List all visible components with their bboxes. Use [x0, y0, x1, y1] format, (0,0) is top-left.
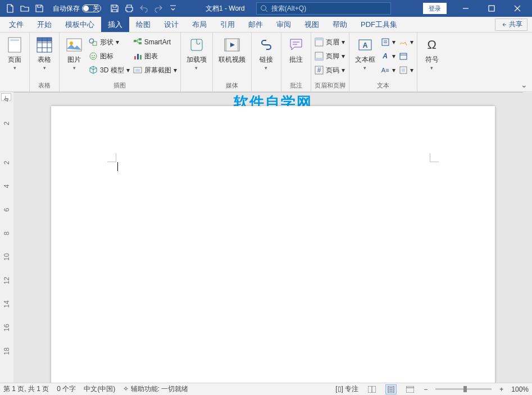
addins-button[interactable]: 加载项 ▾: [184, 35, 209, 72]
quickparts-button[interactable]: ▾: [381, 36, 395, 48]
title-right: 登录: [423, 0, 532, 17]
chevron-down-icon: ▾: [430, 65, 433, 71]
table-button[interactable]: 表格 ▾: [33, 35, 56, 72]
chevron-down-icon: ▾: [73, 65, 76, 71]
chevron-down-icon: ▾: [363, 65, 366, 71]
tab-design[interactable]: 设计: [157, 17, 185, 32]
group-headerfooter: 页眉 ▾ 页脚 ▾ #页码 ▾ 页眉和页脚: [311, 33, 349, 91]
svg-rect-18: [140, 55, 142, 59]
svg-rect-23: [225, 39, 227, 51]
symbol-button[interactable]: Ω 符号 ▾: [421, 35, 443, 72]
print-layout-button[interactable]: [385, 384, 397, 394]
signature-button[interactable]: ▾: [399, 36, 413, 48]
zoom-in-button[interactable]: +: [499, 385, 503, 393]
tab-references[interactable]: 引用: [213, 17, 242, 32]
tab-mail[interactable]: 邮件: [242, 17, 270, 32]
icons-button[interactable]: 图标: [89, 50, 130, 62]
document-page[interactable]: [51, 106, 495, 383]
comment-button[interactable]: 批注: [285, 35, 307, 65]
read-mode-button[interactable]: [366, 384, 378, 394]
share-button[interactable]: 共享: [495, 19, 528, 31]
print-icon[interactable]: [122, 2, 136, 15]
group-label-table: 表格: [33, 80, 56, 91]
tab-file[interactable]: 文件: [2, 17, 30, 32]
tab-layout[interactable]: 布局: [185, 17, 213, 32]
object-button[interactable]: ▾: [399, 64, 413, 76]
tab-help[interactable]: 帮助: [326, 17, 354, 32]
links-button[interactable]: 链接 ▾: [255, 35, 278, 72]
zoom-level[interactable]: 100%: [511, 385, 529, 393]
autosave-toggle[interactable]: 自动保存 关: [49, 4, 104, 13]
header-icon: [315, 38, 324, 47]
tab-insert[interactable]: 插入: [101, 17, 129, 32]
web-layout-button[interactable]: [404, 384, 416, 394]
group-text: A 文本框 ▾ ▾ A▾ A≡▾ ▾ ▾ 文本: [349, 33, 417, 91]
open-file-icon[interactable]: [18, 2, 31, 15]
page-icon: [6, 36, 24, 54]
maximize-button[interactable]: [479, 0, 504, 17]
pagenum-button[interactable]: #页码 ▾: [315, 64, 345, 76]
new-file-icon[interactable]: [3, 2, 17, 15]
undo-icon[interactable]: [137, 2, 151, 15]
chart-button[interactable]: 图表: [133, 50, 177, 62]
search-box[interactable]: 搜索(Alt+Q): [256, 2, 391, 15]
3dmodel-button[interactable]: 3D 模型 ▾: [89, 64, 130, 76]
minimize-button[interactable]: [453, 0, 478, 17]
share-icon: [500, 21, 507, 28]
svg-rect-13: [134, 40, 137, 42]
screenshot-button[interactable]: 屏幕截图 ▾: [133, 64, 177, 76]
footer-button[interactable]: 页脚 ▾: [315, 50, 345, 62]
search-icon: [260, 4, 268, 12]
tab-review[interactable]: 审阅: [270, 17, 298, 32]
header-button[interactable]: 页眉 ▾: [315, 36, 345, 48]
title-center: 文档1 - Word 搜索(Alt+Q): [183, 2, 423, 15]
status-words[interactable]: 0 个字: [57, 384, 76, 394]
tab-pdf[interactable]: PDF工具集: [354, 17, 404, 32]
status-page[interactable]: 第 1 页, 共 1 页: [3, 384, 49, 394]
zoom-slider[interactable]: [435, 388, 492, 390]
svg-rect-15: [139, 42, 142, 44]
signature-icon: [399, 38, 408, 47]
textbox-button[interactable]: A 文本框 ▾: [353, 35, 378, 72]
chevron-down-icon: ▾: [43, 65, 46, 71]
shapes-button[interactable]: 形状 ▾: [89, 36, 130, 48]
svg-text:#: #: [317, 66, 321, 74]
status-accessibility[interactable]: ✧ 辅助功能: 一切就绪: [123, 384, 188, 394]
qat-dropdown-icon[interactable]: [166, 2, 180, 15]
picture-button[interactable]: 图片 ▾: [63, 35, 85, 72]
online-video-button[interactable]: 联机视频: [216, 35, 248, 65]
save-as-icon[interactable]: [33, 2, 46, 15]
svg-rect-16: [134, 56, 136, 59]
close-button[interactable]: [505, 0, 530, 17]
svg-point-12: [94, 55, 95, 56]
wordart-button[interactable]: A▾: [381, 50, 395, 62]
ribbon-collapse-button[interactable]: ⌄: [521, 80, 528, 89]
vertical-ruler[interactable]: 4224681012141618: [0, 93, 13, 383]
tab-draw[interactable]: 绘图: [129, 17, 157, 32]
redo-icon[interactable]: [152, 2, 165, 15]
tab-view[interactable]: 视图: [298, 17, 326, 32]
group-addins: 加载项 ▾: [181, 33, 213, 91]
login-button[interactable]: 登录: [423, 3, 447, 14]
tab-template[interactable]: 模板中心: [58, 17, 101, 32]
link-icon: [257, 36, 275, 54]
toggle-switch[interactable]: 关: [82, 4, 101, 12]
svg-rect-3: [10, 39, 19, 41]
table-icon: [35, 36, 53, 54]
status-lang[interactable]: 中文(中国): [84, 384, 115, 394]
dropcap-button[interactable]: A≡▾: [381, 64, 395, 76]
zoom-out-button[interactable]: −: [424, 385, 428, 393]
scroll-area[interactable]: 软件自学网 WWW.RJZXW.COM: [13, 93, 532, 383]
group-links: 链接 ▾: [252, 33, 281, 91]
group-table: 表格 ▾ 表格: [30, 33, 60, 91]
group-label-comment: 批注: [285, 80, 307, 91]
save-icon[interactable]: [108, 2, 121, 15]
focus-mode-button[interactable]: [▯] 专注: [335, 384, 358, 394]
svg-point-0: [261, 6, 266, 11]
smartart-button[interactable]: SmartArt: [133, 36, 177, 48]
title-bar: 自动保存 关 文档1 - Word 搜索(Alt+Q) 登录: [0, 0, 532, 17]
datetime-button[interactable]: [399, 50, 413, 62]
svg-rect-36: [402, 68, 405, 72]
tab-home[interactable]: 开始: [30, 17, 58, 32]
page-button[interactable]: 页面 ▾: [3, 35, 26, 72]
